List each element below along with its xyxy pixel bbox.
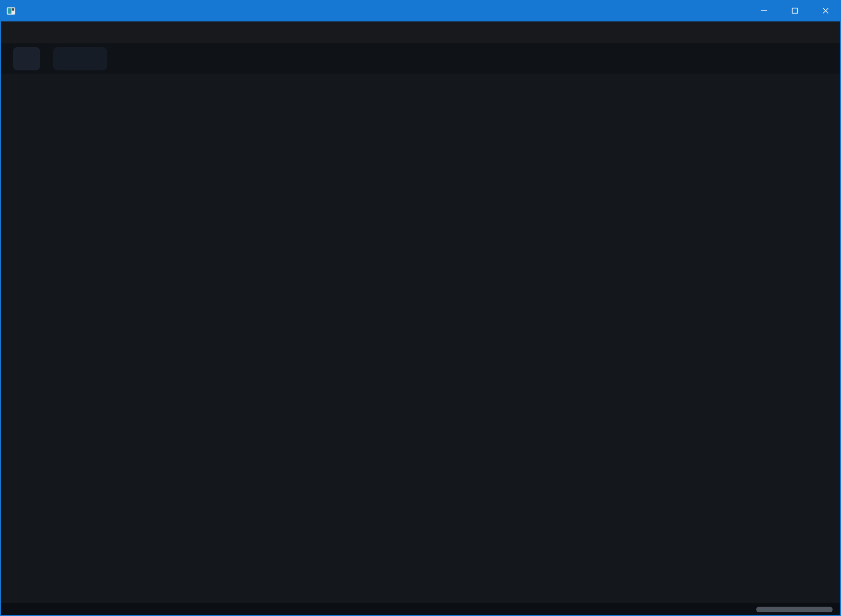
maximize-button[interactable]	[779, 0, 810, 21]
window-border-left	[0, 21, 1, 616]
minimize-button[interactable]	[749, 0, 779, 21]
title-bar	[0, 0, 841, 21]
bottom-bar	[0, 603, 841, 616]
open-project-button[interactable]	[53, 47, 80, 70]
project-button-group	[53, 47, 107, 70]
toolbar	[0, 43, 841, 74]
app-window	[0, 0, 841, 616]
window-controls	[749, 0, 841, 21]
scan-refresh-button[interactable]	[80, 47, 107, 70]
close-button[interactable]	[810, 0, 841, 21]
menu-bar	[0, 21, 841, 43]
app-icon	[6, 6, 16, 16]
horizontal-scrollbar[interactable]	[756, 607, 833, 612]
kanban-board	[0, 0, 841, 616]
sidebar-toggle-button[interactable]	[13, 47, 40, 70]
